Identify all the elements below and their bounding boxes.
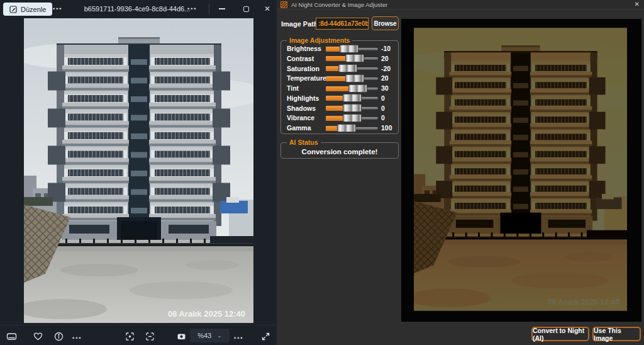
compare-view-button[interactable] [175,331,187,342]
slider-thumb[interactable] [340,45,358,53]
zoom-level-dropdown[interactable]: %43 ⌄ [190,329,230,342]
minimize-button[interactable] [213,0,231,18]
slider-value: 20 [381,74,389,82]
slider-value: 30 [381,84,389,92]
maximize-icon [243,6,249,12]
slider-thumb[interactable] [345,54,364,62]
info-button[interactable] [53,331,64,342]
slider-fill [326,56,348,61]
photos-more-right-button[interactable]: ••• [187,6,197,12]
night-preview-panel: 08 Aralık 2025 12:40 [401,19,641,322]
maximize-button[interactable] [236,0,255,18]
slider-row-shadows: Shadows0 [281,103,398,113]
slider-row-vibrance: Vibrance0 [281,113,398,123]
slider-fill [326,116,345,121]
image-adjustments-group: Image Adjustments Brightness-10Contrast2… [280,40,399,134]
photos-filename-title: b6591711-9936-4ce9-8c8d-44d6... [69,5,205,13]
slider-row-temperature: Temperature20 [281,73,398,83]
slider-value: 0 [381,94,385,102]
image-path-input[interactable]: :8d-44d61a73e0b8.jpg [316,18,369,30]
slider-track-highlights[interactable] [326,94,378,102]
slider-row-contrast: Contrast20 [281,54,398,64]
zoom-level-value: %43 [197,332,211,339]
slider-fill [326,76,348,81]
slider-label: Highlights [281,94,326,102]
titlebar-divider [209,4,209,14]
slider-track-gamma[interactable] [326,124,378,132]
convert-to-night-button[interactable]: Convert to Night (AI) [531,327,589,341]
photos-toolbar: ••• %43 ⌄ [0,325,277,345]
slider-row-gamma: Gamma100 [281,123,398,133]
slider-track-tint[interactable] [326,84,378,93]
slider-fill [326,96,345,101]
slider-value: 100 [381,124,392,132]
slider-track-brightness[interactable] [326,45,378,53]
slider-thumb[interactable] [348,84,367,93]
converter-window: AI Night Converter & Image Adjuster ✕ Im… [277,0,644,345]
fullscreen-button[interactable] [260,331,271,342]
night-photo[interactable]: 08 Aralık 2025 12:40 [414,27,627,312]
browse-button[interactable]: Browse [372,16,399,30]
slider-track-vibrance[interactable] [326,114,378,122]
slider-label: Shadows [281,105,326,112]
minimize-icon [219,8,225,9]
slider-label: Tint [281,84,326,92]
close-button[interactable]: ✕ [258,0,277,18]
stage: Düzenle ••• b6591711-9936-4ce9-8c8d-44d6… [0,0,644,345]
slider-track-temperature[interactable] [326,74,378,82]
chevron-down-icon: ⌄ [217,332,222,339]
slider-value: -10 [381,45,391,52]
edit-pencil-icon [9,6,17,13]
slider-row-saturation: Saturation-20 [281,64,398,74]
slider-fill [326,106,345,111]
slider-label: Brightness [281,45,326,52]
ai-status-group: AI Status Conversion complete! [280,142,399,159]
crop-frame-button[interactable] [144,331,155,342]
slider-track-saturation[interactable] [326,64,378,72]
slider-value: 20 [381,55,389,62]
photo-timestamp: 08 Aralık 2025 12:40 [168,309,245,319]
slider-value: 0 [381,114,385,122]
slider-label: Vibrance [281,114,326,122]
toolbar-more-left-button[interactable]: ••• [72,332,82,344]
slider-track-contrast[interactable] [326,54,378,62]
slider-label: Saturation [281,65,326,72]
converter-titlebar: AI Night Converter & Image Adjuster ✕ [277,0,644,9]
converter-close-button[interactable]: ✕ [635,1,640,8]
favorite-heart-button[interactable] [32,331,43,342]
app-logo-icon [280,1,287,8]
toolbar-more-right-button[interactable]: ••• [234,332,243,344]
edit-button[interactable]: Düzenle [3,3,52,16]
photos-window: Düzenle ••• b6591711-9936-4ce9-8c8d-44d6… [0,0,277,345]
slider-fill [326,86,351,91]
slider-track-shadows[interactable] [326,104,378,112]
slider-row-brightness: Brightness-10 [281,43,398,54]
slider-value: -20 [381,65,391,72]
night-photo-timestamp: 08 Aralık 2025 12:40 [548,298,620,307]
zoom-fit-button[interactable] [124,331,135,342]
slider-row-tint: Tint30 [281,83,398,93]
slider-thumb[interactable] [345,74,364,82]
use-this-image-button[interactable]: Use This Image [592,327,641,341]
slider-value: 0 [381,105,385,112]
slider-thumb[interactable] [343,94,362,102]
filmstrip-toggle-button[interactable] [6,331,17,342]
slider-row-highlights: Highlights0 [281,93,398,103]
ai-status-legend: AI Status [287,139,321,146]
photos-titlebar: Düzenle ••• b6591711-9936-4ce9-8c8d-44d6… [0,0,277,18]
slider-thumb[interactable] [343,114,362,122]
slider-label: Gamma [281,124,326,132]
image-path-label: Image Path: [281,20,320,28]
edit-button-label: Düzenle [21,6,46,13]
converter-title: AI Night Converter & Image Adjuster [291,1,387,8]
slider-label: Contrast [281,55,326,62]
day-photo[interactable]: 08 Aralık 2025 12:40 [24,18,253,323]
slider-thumb[interactable] [343,104,362,112]
photos-more-left-button[interactable]: ••• [53,6,62,12]
slider-thumb[interactable] [337,124,356,132]
slider-label: Temperature [281,74,326,82]
slider-thumb[interactable] [338,64,357,72]
